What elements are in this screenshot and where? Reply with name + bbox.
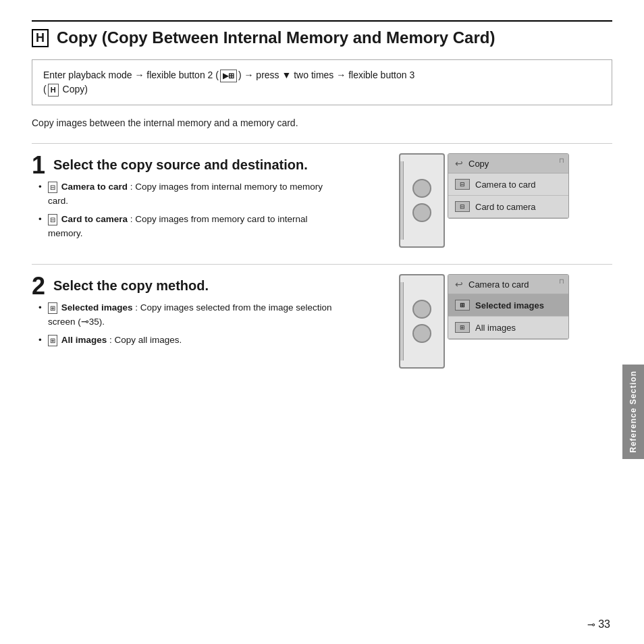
page-num-text: 33 xyxy=(598,618,610,630)
step-1-header-label: Copy xyxy=(468,159,489,169)
step-2-menu-item-1[interactable]: ⊞ Selected images xyxy=(448,294,568,317)
step-2-menu-item-2[interactable]: ⊞ All images xyxy=(448,317,568,339)
step-2-camera-body xyxy=(399,274,445,369)
step-2-section: 2 Select the copy method. ⊞ Selected ima… xyxy=(32,264,612,369)
description: Copy images between the internal memory … xyxy=(32,117,612,128)
corner-icon: ⊓ xyxy=(559,157,564,164)
selected-images-label: Selected images xyxy=(61,302,133,313)
step-2-item-1-label: Selected images xyxy=(475,300,544,311)
step-1-right: ⊓ ↩ Copy ⊟ Camera to card ⊟ Card to came… xyxy=(356,153,612,248)
step-1-item-2-icon: ⊟ xyxy=(455,201,470,212)
page-num-icon: ⊸ xyxy=(587,619,595,630)
step-1-bullet-1: ⊟ Camera to card : Copy images from inte… xyxy=(38,180,342,209)
step-1-menu-screen: ⊓ ↩ Copy ⊟ Camera to card ⊟ Card to came… xyxy=(448,153,569,219)
step-2-right: ⊓ ↩ Camera to card ⊞ Selected images ⊞ A… xyxy=(356,274,612,369)
step-1-number: 1 xyxy=(32,153,45,178)
step-1-back-icon: ↩ xyxy=(455,158,463,169)
flexible-btn2-icon: ▶⊞ xyxy=(220,70,237,82)
title-text: Copy (Copy Between Internal Memory and M… xyxy=(57,28,495,47)
step-2-camera-btn-top xyxy=(412,300,431,319)
step-2-number: 2 xyxy=(32,274,45,298)
camera-side-line xyxy=(400,161,404,240)
step-2-menu-screen: ⊓ ↩ Camera to card ⊞ Selected images ⊞ A… xyxy=(448,274,569,340)
step-1-menu-header: ↩ Copy xyxy=(448,154,568,173)
reference-section-tab: Reference Section xyxy=(622,365,644,459)
page-number: ⊸ 33 xyxy=(587,618,610,630)
page-title: H Copy (Copy Between Internal Memory and… xyxy=(32,20,612,47)
step-1-camera-body xyxy=(399,153,445,248)
all-images-text: : Copy all images. xyxy=(109,335,182,345)
step-2-item-2-icon: ⊞ xyxy=(455,322,470,333)
camera-to-card-icon: ⊟ xyxy=(48,182,57,194)
step-2-back-icon: ↩ xyxy=(455,279,463,290)
camera-btn-bottom xyxy=(412,203,431,222)
camera-to-card-label: Camera to card xyxy=(61,182,128,192)
step-2-menu-header: ↩ Camera to card xyxy=(448,275,568,294)
step-2-item-2-label: All images xyxy=(475,323,516,333)
card-to-camera-label: Card to camera xyxy=(61,214,128,224)
step-1-title: Select the copy source and destination. xyxy=(32,153,342,173)
step-2-corner-icon: ⊓ xyxy=(559,277,564,285)
step-2-bullets: ⊞ Selected images : Copy images selected… xyxy=(32,301,342,348)
step-1-left: 1 Select the copy source and destination… xyxy=(32,153,342,245)
step-1-menu-item-2[interactable]: ⊟ Card to camera xyxy=(448,196,568,218)
step-1-bullet-2: ⊟ Card to camera : Copy images from memo… xyxy=(38,213,342,241)
step-2-left: 2 Select the copy method. ⊞ Selected ima… xyxy=(32,274,342,352)
step-2-bullet-1: ⊞ Selected images : Copy images selected… xyxy=(38,301,342,329)
instruction-box: Enter playback mode → flexible button 2 … xyxy=(32,59,612,105)
all-images-icon: ⊞ xyxy=(48,335,57,347)
step-2-camera-btn-bottom xyxy=(412,324,431,343)
step-1-menu-item-1[interactable]: ⊟ Camera to card xyxy=(448,173,568,196)
step-1-bullets: ⊟ Camera to card : Copy images from inte… xyxy=(32,180,342,241)
step-2-camera-side-line xyxy=(400,282,404,360)
step-1-section: 1 Select the copy source and destination… xyxy=(32,143,612,248)
flexible-btn3-icon: H xyxy=(48,84,59,97)
step-2-title: Select the copy method. xyxy=(32,274,342,294)
step-2-bullet-2: ⊞ All images : Copy all images. xyxy=(38,333,342,348)
selected-images-icon: ⊞ xyxy=(48,302,57,315)
instruction-text: Enter playback mode → flexible button 2 … xyxy=(43,70,414,95)
title-icon: H xyxy=(32,29,49,47)
step-1-item-1-label: Camera to card xyxy=(475,180,536,190)
camera-btn-top xyxy=(412,179,431,198)
reference-section-label: Reference Section xyxy=(628,371,638,453)
step-2-header-label: Camera to card xyxy=(468,279,529,290)
step-2-item-1-icon: ⊞ xyxy=(455,300,470,311)
card-to-camera-icon: ⊟ xyxy=(48,214,57,226)
page-container: H Copy (Copy Between Internal Memory and… xyxy=(18,0,626,398)
step-1-item-2-label: Card to camera xyxy=(475,202,536,212)
step-1-item-1-icon: ⊟ xyxy=(455,179,470,190)
all-images-label: All images xyxy=(61,335,107,345)
